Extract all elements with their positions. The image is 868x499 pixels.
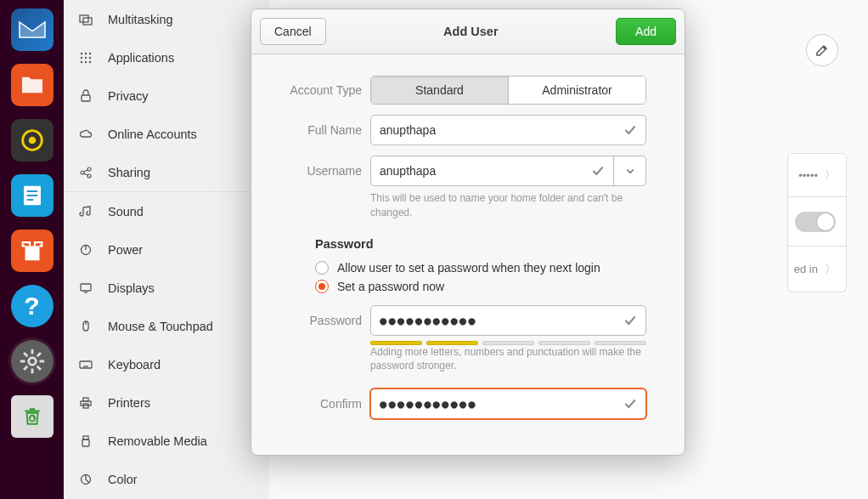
sidebar-label: Mouse & Touchpad [108,320,213,333]
bg-dots: ••••• [798,169,818,182]
sidebar-item-power[interactable]: Power [64,230,269,269]
username-help: This will be used to name your home fold… [370,191,646,220]
share-icon [79,166,93,179]
toggle-switch[interactable] [795,212,836,232]
printer-icon [79,396,93,410]
sidebar-item-keyboard[interactable]: Keyboard [64,345,269,383]
svg-rect-37 [83,398,88,401]
dock-help-icon[interactable]: ? [11,285,54,327]
sidebar-item-removable[interactable]: Removable Media [64,422,269,460]
dock-rhythmbox-icon[interactable] [11,119,54,162]
svg-line-24 [84,173,87,175]
chevron-right-icon: 〉 [825,167,836,183]
sidebar-item-sharing[interactable]: Sharing [64,153,269,191]
sidebar-item-sound[interactable]: Sound [64,192,269,230]
confirm-input[interactable] [370,388,646,419]
sidebar-label: Multitasking [108,13,173,26]
dock-settings-icon[interactable] [11,340,54,383]
username-suggestions-button[interactable] [614,156,646,186]
mouse-icon [79,320,93,333]
svg-point-10 [81,52,82,54]
fullname-input[interactable] [370,115,646,145]
sidebar-label: Power [108,243,143,257]
svg-point-16 [81,60,82,62]
confirm-row: Confirm [277,388,646,419]
sidebar-label: Sound [108,205,144,218]
dock-writer-icon[interactable] [11,174,54,217]
password-input[interactable] [370,305,646,336]
cloud-icon [79,128,93,141]
usb-icon [79,434,93,448]
dock-trash-icon[interactable] [11,395,54,438]
sidebar-item-mouse[interactable]: Mouse & Touchpad [64,307,269,345]
multitasking-icon [79,13,93,26]
dialog-header: Cancel Add User Add [251,9,685,54]
strength-segment [370,341,422,345]
bg-row-toggle[interactable] [787,197,847,247]
svg-rect-31 [80,361,92,368]
sidebar-label: Removable Media [108,434,207,448]
dock-thunderbird-icon[interactable] [11,9,54,51]
add-button[interactable]: Add [616,18,676,45]
grid-icon [79,51,93,65]
power-icon [79,243,93,257]
bg-row-activity[interactable]: ed in 〉 [787,247,847,292]
chevron-right-icon: 〉 [825,262,836,277]
username-row: Username [277,156,646,186]
dock-software-icon[interactable] [11,230,54,272]
edit-button[interactable] [806,34,838,66]
cancel-button[interactable]: Cancel [260,18,326,45]
launcher-dock: ? [0,0,64,499]
sidebar-item-displays[interactable]: Displays [64,269,269,307]
sidebar-item-color[interactable]: Color [64,460,269,498]
dock-files-icon[interactable] [11,64,54,106]
confirm-label: Confirm [277,397,362,411]
sidebar-item-multitasking[interactable]: Multitasking [64,0,269,38]
radio-icon [315,280,329,293]
sidebar-item-printers[interactable]: Printers [64,383,269,422]
password-help: Adding more letters, numbers and punctua… [370,345,646,374]
keyboard-icon [79,358,93,371]
standard-option[interactable]: Standard [371,77,508,104]
fullname-label: Full Name [277,123,362,137]
username-input[interactable] [370,156,614,186]
music-icon [79,205,93,218]
password-strength-meter [370,341,646,345]
svg-line-23 [84,170,87,172]
administrator-option[interactable]: Administrator [508,77,645,104]
sidebar-label: Applications [108,51,174,65]
sidebar-item-online-accounts[interactable]: Online Accounts [64,115,269,153]
svg-point-18 [89,60,91,62]
svg-point-14 [85,56,87,58]
svg-point-17 [85,60,87,62]
display-icon [79,281,93,295]
radio-later-label: Allow user to set a password when they n… [337,261,600,275]
svg-rect-9 [83,18,92,25]
password-row: Password [277,305,646,336]
sidebar-item-privacy[interactable]: Privacy [64,77,269,115]
strength-segment [538,341,590,345]
svg-rect-8 [80,15,88,22]
settings-sidebar: Multitasking Applications Privacy Online… [64,0,269,499]
bg-row-password[interactable]: ••••• 〉 [787,153,847,197]
svg-point-6 [28,358,36,366]
svg-point-15 [89,56,91,58]
bg-text: ed in [794,263,818,275]
svg-point-13 [81,56,82,58]
svg-point-12 [89,52,91,54]
radio-set-later[interactable]: Allow user to set a password when they n… [315,261,646,275]
svg-rect-40 [82,439,89,446]
account-type-row: Account Type Standard Administrator [277,76,646,105]
strength-segment [482,341,534,345]
password-section-title: Password [315,237,646,251]
lock-icon [79,89,93,103]
sidebar-label: Printers [108,396,150,410]
strength-segment [595,341,646,345]
color-icon [79,473,93,486]
account-type-segmented: Standard Administrator [370,76,646,105]
radio-set-now[interactable]: Set a password now [315,280,646,293]
dialog-body: Account Type Standard Administrator Full… [251,54,685,455]
sidebar-item-applications[interactable]: Applications [64,38,269,77]
sidebar-label: Privacy [108,89,149,103]
svg-point-11 [85,52,87,54]
